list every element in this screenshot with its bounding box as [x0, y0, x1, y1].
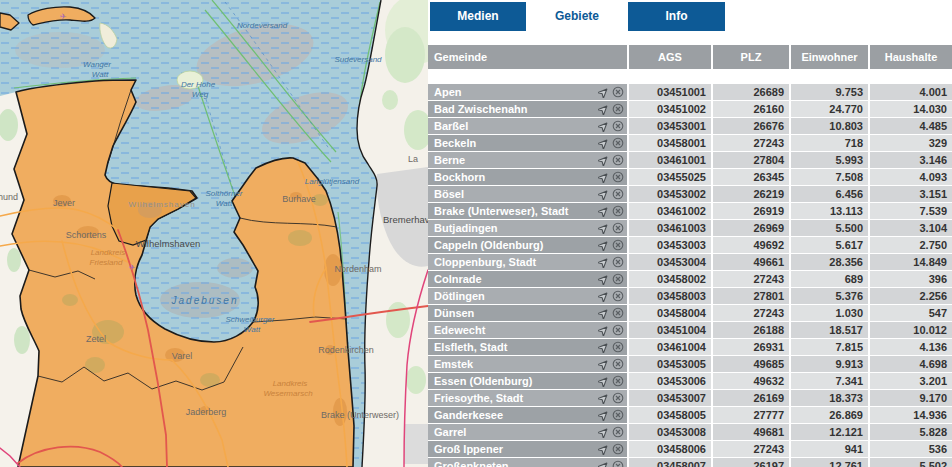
remove-icon[interactable]: [612, 222, 624, 234]
locate-icon[interactable]: [598, 325, 609, 336]
gemeinde-cell[interactable]: Cappeln (Oldenburg): [428, 237, 627, 253]
table-row: Berne 03461001 27804 5.993 3.146: [428, 152, 952, 168]
remove-icon[interactable]: [612, 307, 624, 319]
table-row: Essen (Oldenburg) 03453006 49632 7.341 3…: [428, 373, 952, 389]
gemeinde-cell[interactable]: Groß Ippener: [428, 441, 627, 457]
locate-icon[interactable]: [598, 359, 609, 370]
haushalte-cell: 4.093: [870, 169, 952, 185]
gemeinde-cell[interactable]: Essen (Oldenburg): [428, 373, 627, 389]
locate-icon[interactable]: [598, 189, 609, 200]
gemeinde-cell[interactable]: Dötlingen: [428, 288, 627, 304]
remove-icon[interactable]: [612, 273, 624, 285]
locate-icon[interactable]: [598, 172, 609, 183]
gemeinde-name: Colnrade: [434, 271, 482, 287]
remove-icon[interactable]: [612, 171, 624, 183]
remove-icon[interactable]: [612, 154, 624, 166]
tab-info[interactable]: Info: [628, 2, 725, 31]
locate-icon[interactable]: [598, 240, 609, 251]
remove-icon[interactable]: [612, 188, 624, 200]
locate-icon[interactable]: [598, 206, 609, 217]
urban-patch: [404, 424, 428, 464]
locate-icon[interactable]: [598, 257, 609, 268]
gemeinde-cell[interactable]: Butjadingen: [428, 220, 627, 236]
remove-icon[interactable]: [612, 290, 624, 302]
remove-icon[interactable]: [612, 460, 624, 467]
gemeinde-cell[interactable]: Elsfleth, Stadt: [428, 339, 627, 355]
haushalte-cell: 4.136: [870, 339, 952, 355]
remove-icon[interactable]: [612, 239, 624, 251]
einwohner-cell: 9.913: [791, 356, 868, 372]
einwohner-cell: 18.373: [791, 390, 868, 406]
locate-icon[interactable]: [598, 461, 609, 467]
locate-icon[interactable]: [598, 376, 609, 387]
map-label-varel: Varel: [172, 351, 192, 361]
locate-icon[interactable]: [598, 342, 609, 353]
haushalte-cell: 4.485: [870, 118, 952, 134]
locate-icon[interactable]: [598, 274, 609, 285]
locate-icon[interactable]: [598, 427, 609, 438]
row-icons: [598, 86, 624, 98]
remove-icon[interactable]: [612, 392, 624, 404]
remove-icon[interactable]: [612, 205, 624, 217]
gemeinde-name: Cloppenburg, Stadt: [434, 254, 536, 270]
gemeinde-cell[interactable]: Ganderkesee: [428, 407, 627, 423]
remove-icon[interactable]: [612, 443, 624, 455]
locate-icon[interactable]: [598, 223, 609, 234]
einwohner-cell: 12.121: [791, 424, 868, 440]
remove-icon[interactable]: [612, 358, 624, 370]
remove-icon[interactable]: [612, 409, 624, 421]
gemeinde-cell[interactable]: Dünsen: [428, 305, 627, 321]
gemeinde-cell[interactable]: Bockhorn: [428, 169, 627, 185]
gemeinde-cell[interactable]: Barßel: [428, 118, 627, 134]
gemeinde-cell[interactable]: Bad Zwischenahn: [428, 101, 627, 117]
locate-icon[interactable]: [598, 121, 609, 132]
locate-icon[interactable]: [598, 393, 609, 404]
remove-icon[interactable]: [612, 426, 624, 438]
gemeinde-name: Edewecht: [434, 322, 485, 338]
remove-icon[interactable]: [612, 375, 624, 387]
tab-gebiete[interactable]: Gebiete: [527, 2, 627, 31]
tab-medien[interactable]: Medien: [430, 2, 526, 31]
locate-icon[interactable]: [598, 291, 609, 302]
remove-icon[interactable]: [612, 341, 624, 353]
plz-cell: 26188: [713, 322, 789, 338]
gemeinde-cell[interactable]: Berne: [428, 152, 627, 168]
gemeinde-cell[interactable]: Colnrade: [428, 271, 627, 287]
plz-cell: 27801: [713, 288, 789, 304]
remove-icon[interactable]: [612, 256, 624, 268]
gemeinde-cell[interactable]: Emstek: [428, 356, 627, 372]
haushalte-cell: 10.012: [870, 322, 952, 338]
gemeinde-cell[interactable]: Beckeln: [428, 135, 627, 151]
remove-icon[interactable]: [612, 324, 624, 336]
gemeinde-cell[interactable]: Bösel: [428, 186, 627, 202]
remove-icon[interactable]: [612, 103, 624, 115]
locate-icon[interactable]: [598, 104, 609, 115]
map-pane[interactable]: ✈ ✈ Nordeversand Sudeversand Langlütjens…: [0, 0, 428, 467]
einwohner-cell: 24.770: [791, 101, 868, 117]
plz-cell: 26919: [713, 203, 789, 219]
remove-icon[interactable]: [612, 137, 624, 149]
gemeinde-cell[interactable]: Cloppenburg, Stadt: [428, 254, 627, 270]
remove-icon[interactable]: [612, 120, 624, 132]
locate-icon[interactable]: [598, 410, 609, 421]
locate-icon[interactable]: [598, 308, 609, 319]
gemeinde-cell[interactable]: Brake (Unterweser), Stadt: [428, 203, 627, 219]
row-icons: [598, 171, 624, 183]
locate-icon[interactable]: [598, 87, 609, 98]
table-row: Garrel 03453008 49681 12.121 5.828: [428, 424, 952, 440]
einwohner-cell: 28.356: [791, 254, 868, 270]
gemeinde-cell[interactable]: Edewecht: [428, 322, 627, 338]
gemeinde-cell[interactable]: Großenkneten: [428, 458, 627, 467]
einwohner-cell: 6.456: [791, 186, 868, 202]
table-body: Apen 03451001 26689 9.753 4.001 Bad Zwis…: [428, 84, 952, 467]
gemeinde-cell[interactable]: Garrel: [428, 424, 627, 440]
gemeinde-cell[interactable]: Friesoythe, Stadt: [428, 390, 627, 406]
remove-icon[interactable]: [612, 86, 624, 98]
locate-icon[interactable]: [598, 444, 609, 455]
haushalte-cell: 3.104: [870, 220, 952, 236]
data-panel: Medien Gebiete Info Gemeinde AGS PLZ Ein…: [428, 0, 952, 467]
gemeinde-cell[interactable]: Apen: [428, 84, 627, 100]
locate-icon[interactable]: [598, 155, 609, 166]
map-label-schortens: Schortens: [66, 230, 107, 240]
locate-icon[interactable]: [598, 138, 609, 149]
